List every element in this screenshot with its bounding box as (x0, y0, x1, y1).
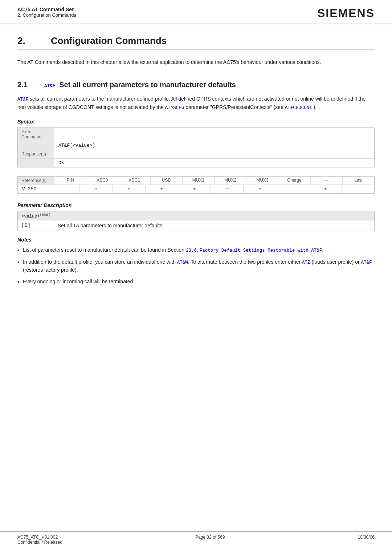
chapter-intro: The AT Commands described in this chapte… (17, 58, 375, 66)
ref-col-value-5: + (211, 185, 243, 193)
exec-command-code: AT&F[<value>] (54, 141, 374, 150)
footer-date: 10/30/06 (358, 535, 375, 545)
factory-defaults-link[interactable]: Factory Default Settings Restorable with… (200, 248, 322, 253)
ref-col-value-6: + (243, 185, 276, 193)
siemens-logo: SIEMENS (317, 7, 375, 20)
header-title: AC75 AT Command Set (17, 7, 76, 12)
atz-link[interactable]: ATZ (302, 260, 310, 265)
ref-col-value-1: + (79, 185, 112, 193)
reference-row-label: V.250 (18, 185, 47, 193)
param-type: (num) (40, 213, 50, 217)
header-left: AC75 AT Command Set 2. Configuration Com… (17, 7, 76, 18)
note-item-3: • Every ongoing or incoming call will be… (17, 278, 375, 286)
response-value: OK (54, 159, 374, 167)
section-command: AT&F (44, 84, 55, 89)
footer-confidential: Confidential / Released (17, 540, 62, 545)
exec-command-value (54, 128, 374, 141)
note-item-2: • In addition to the default profile, yo… (17, 258, 375, 274)
notes-list: • List of parameters reset to manufactur… (17, 246, 375, 286)
exec-command-value-row: AT&F[<value>] (18, 141, 374, 150)
desc-text-2: parameter "GPRS/PersistentContexts" (see (185, 104, 285, 110)
ref-col-header-6: MUX3 (246, 177, 278, 185)
header-subtitle: 2. Configuration Commands (17, 12, 76, 18)
atcgdcont-link[interactable]: AT+CGDCONT (285, 105, 312, 110)
section-link[interactable]: 23.6 (186, 248, 197, 253)
reference-columns: PINASC0ASC1USBMUX1MUX2MUX3Charge→Last (54, 177, 374, 185)
note-1-text: List of parameters reset to manufacturer… (23, 246, 323, 254)
param-row: [0] Set all TA parameters to manufacture… (18, 220, 374, 231)
note-3-text: Every ongoing or incoming call will be t… (23, 278, 134, 286)
ref-col-header-9: Last (342, 177, 374, 185)
param-desc: Set all TA parameters to manufacturer de… (58, 223, 371, 228)
bullet-3: • (17, 278, 19, 286)
response-spacer (54, 150, 374, 158)
exec-command-row: Exec Command (18, 128, 374, 141)
ref-col-value-3: + (145, 185, 178, 193)
notes-label: Notes (17, 237, 375, 243)
reference-header-row: Reference(s) PINASC0ASC1USBMUX1MUX2MUX3C… (18, 177, 374, 185)
ref-col-header-1: ASC0 (86, 177, 118, 185)
section-title-text: Set all current parameters to manufactur… (59, 81, 236, 89)
footer-left: AC75_ATC_V01.002 Confidential / Released (17, 535, 62, 545)
bullet-2: • (17, 259, 19, 267)
chapter-heading: 2. Configuration Commands (17, 35, 375, 50)
ref-col-header-2: ASC1 (118, 177, 150, 185)
ref-col-header-3: USB (150, 177, 182, 185)
syntax-label: Syntax (17, 119, 375, 125)
reference-data-row: V.250 -++++++-+- (18, 185, 374, 193)
bullet-1: • (17, 247, 19, 255)
footer-doc-id: AC75_ATC_V01.002 (17, 535, 62, 540)
note-2-text: In addition to the default profile, you … (23, 258, 375, 274)
atf-link[interactable]: AT&F (17, 97, 28, 102)
param-value: [0] (21, 223, 43, 228)
syntax-block: Exec Command AT&F[<value>] Response(s) O… (17, 127, 375, 167)
ref-col-value-2: + (112, 185, 145, 193)
atw-link[interactable]: AT&W (177, 260, 188, 265)
reference-block: Reference(s) PINASC0ASC1USBMUX1MUX2MUX3C… (17, 176, 375, 194)
response-spacer2 (18, 159, 54, 167)
param-name: <value> (21, 214, 40, 219)
param-header: <value>(num) (18, 211, 374, 220)
parameter-block: <value>(num) [0] Set all TA parameters t… (17, 211, 375, 231)
page-header: AC75 AT Command Set 2. Configuration Com… (0, 0, 392, 24)
section-2-1-heading: 2.1 AT&F Set all current parameters to m… (17, 77, 375, 89)
footer-center: Page 32 of 569 (195, 535, 225, 545)
atscfg-link[interactable]: AT^SCFG (165, 105, 184, 110)
desc-text-3: ). (314, 104, 317, 110)
response-value-row: OK (18, 159, 374, 167)
ref-col-value-9: - (342, 185, 374, 193)
param-description-label: Parameter Description (17, 202, 375, 208)
ref-col-header-4: MUX1 (182, 177, 214, 185)
ref-col-header-0: PIN (54, 177, 86, 185)
chapter-title: Configuration Commands (51, 35, 167, 46)
ref-col-header-8: → (310, 177, 342, 185)
response-label: Response(s) (18, 150, 54, 158)
ref-col-header-5: MUX2 (214, 177, 246, 185)
page-content: 2. Configuration Commands The AT Command… (0, 24, 392, 311)
ref-col-value-4: + (178, 185, 211, 193)
reference-values: -++++++-+- (47, 185, 374, 193)
page-footer: AC75_ATC_V01.002 Confidential / Released… (0, 531, 392, 548)
exec-command-spacer (18, 141, 54, 150)
note-item-1: • List of parameters reset to manufactur… (17, 246, 375, 255)
exec-command-label: Exec Command (18, 128, 54, 141)
ref-col-value-7: - (276, 185, 309, 193)
section-desc: AT&F sets all current parameters to the … (17, 95, 375, 112)
reference-label: Reference(s) (18, 177, 54, 185)
ref-col-value-8: + (309, 185, 342, 193)
chapter-number: 2. (17, 35, 39, 46)
section-number: 2.1 (17, 81, 36, 89)
ref-col-header-7: Charge (278, 177, 310, 185)
atf-link2[interactable]: AT&F (361, 260, 372, 265)
response-label-row: Response(s) (18, 150, 374, 159)
section-title: AT&F Set all current parameters to manuf… (44, 81, 236, 89)
ref-col-value-0: - (47, 185, 79, 193)
